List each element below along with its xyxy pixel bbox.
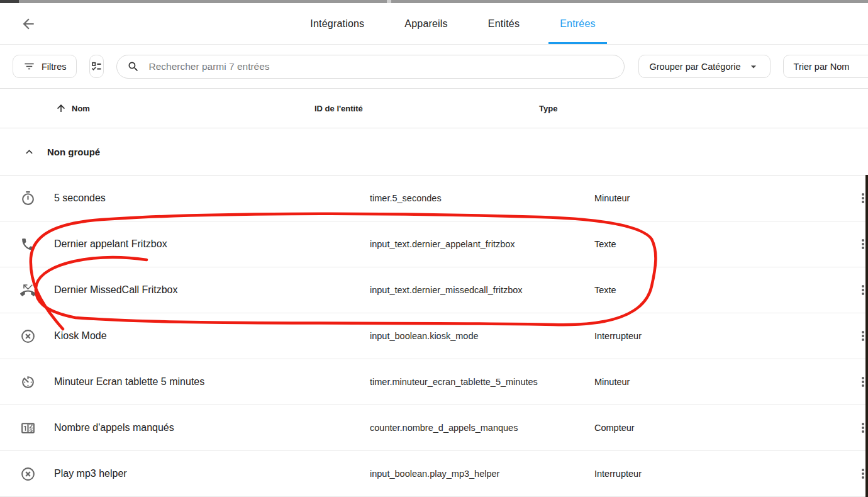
entity-type: Texte xyxy=(594,285,868,295)
table-header: Nom ID de l'entité Type xyxy=(0,89,868,128)
close-circle-outline-icon xyxy=(20,466,36,482)
column-header-type[interactable]: Type xyxy=(539,104,868,113)
entity-id: counter.nombre_d_appels_manques xyxy=(370,423,594,433)
entity-id: input_boolean.play_mp3_helper xyxy=(370,469,594,479)
sort-by-button[interactable]: Trier par Nom xyxy=(783,55,868,78)
group-label: Non groupé xyxy=(47,147,100,157)
checklist-icon xyxy=(90,60,103,73)
tab-label: Entités xyxy=(488,18,520,30)
group-by-button[interactable]: Grouper par Catégorie xyxy=(638,55,770,78)
entity-type: Interrupteur xyxy=(594,469,868,479)
entity-name: Dernier appelant Fritzbox xyxy=(54,238,370,250)
entity-id: input_text.dernier_missedcall_fritzbox xyxy=(370,285,594,295)
tab-label: Entrées xyxy=(560,18,596,30)
close-circle-outline-icon xyxy=(20,328,36,344)
chevron-up-icon xyxy=(23,145,36,159)
group-by-label: Grouper par Catégorie xyxy=(649,62,740,72)
search-icon xyxy=(127,60,140,73)
tab-entrees[interactable]: Entrées xyxy=(540,3,616,44)
group-row-non-groupe[interactable]: Non groupé xyxy=(0,128,868,176)
entity-type: Minuteur xyxy=(594,193,868,203)
filters-button[interactable]: Filtres xyxy=(13,55,77,78)
chevron-down-icon xyxy=(747,60,760,73)
entity-name: Play mp3 helper xyxy=(54,468,370,479)
entity-id: input_text.dernier_appelant_fritzbox xyxy=(370,239,594,249)
toolbar: Filtres Grouper par Catégorie Trier par … xyxy=(0,45,868,89)
entity-id: timer.5_secondes xyxy=(370,193,594,203)
tab-bar: Intégrations Appareils Entités Entrées xyxy=(19,3,868,44)
tab-integrations[interactable]: Intégrations xyxy=(290,3,384,44)
entity-name: Kiosk Mode xyxy=(54,330,370,342)
column-label: ID de l'entité xyxy=(314,104,363,113)
search-box[interactable] xyxy=(116,55,625,79)
table-row[interactable]: Minuteur Ecran tablette 5 minutes timer.… xyxy=(0,359,868,405)
phone-icon xyxy=(20,237,36,252)
selection-mode-button[interactable] xyxy=(89,55,104,78)
tab-label: Appareils xyxy=(404,18,448,30)
search-input[interactable] xyxy=(147,60,614,73)
filters-label: Filtres xyxy=(42,62,66,72)
table-row[interactable]: Dernier MissedCall Fritzbox input_text.d… xyxy=(0,267,868,313)
tab-label: Intégrations xyxy=(310,18,364,30)
sort-by-label: Trier par Nom xyxy=(794,62,850,72)
entity-id: input_boolean.kiosk_mode xyxy=(370,331,594,341)
entity-name: Dernier MissedCall Fritzbox xyxy=(54,284,370,296)
entity-type: Texte xyxy=(594,239,868,249)
app-header: Intégrations Appareils Entités Entrées xyxy=(0,3,868,45)
tab-appareils[interactable]: Appareils xyxy=(384,3,468,44)
dots-vertical-icon xyxy=(863,16,868,31)
entity-type: Minuteur xyxy=(594,377,868,387)
overflow-menu-button[interactable] xyxy=(863,16,868,31)
table-row[interactable]: Nombre d'appels manqués counter.nombre_d… xyxy=(0,405,868,451)
entity-type: Compteur xyxy=(594,423,868,433)
table-row[interactable]: Kiosk Mode input_boolean.kiosk_mode Inte… xyxy=(0,313,868,359)
table-row[interactable]: 5 secondes timer.5_secondes Minuteur xyxy=(0,176,868,221)
filter-icon xyxy=(23,60,35,72)
column-header-name[interactable]: Nom xyxy=(0,103,314,114)
timer-outline-icon xyxy=(20,191,36,206)
entity-name: Nombre d'appels manqués xyxy=(54,422,370,433)
counter-icon xyxy=(20,420,36,436)
right-edge-strip xyxy=(865,175,868,497)
table-row[interactable]: Dernier appelant Fritzbox input_text.der… xyxy=(0,221,868,267)
sort-arrow-up-icon xyxy=(55,103,67,114)
column-label: Type xyxy=(539,104,557,113)
column-header-entity-id[interactable]: ID de l'entité xyxy=(314,104,539,113)
phone-missed-icon xyxy=(20,282,36,298)
tab-entites[interactable]: Entités xyxy=(468,3,540,44)
table-row[interactable]: Play mp3 helper input_boolean.play_mp3_h… xyxy=(0,451,868,497)
entity-id: timer.minuteur_ecran_tablette_5_minutes xyxy=(370,377,594,387)
av-timer-icon xyxy=(20,374,36,390)
entity-type: Interrupteur xyxy=(594,331,868,341)
entity-name: Minuteur Ecran tablette 5 minutes xyxy=(54,376,370,388)
column-label: Nom xyxy=(72,104,90,113)
entity-name: 5 secondes xyxy=(54,193,370,204)
